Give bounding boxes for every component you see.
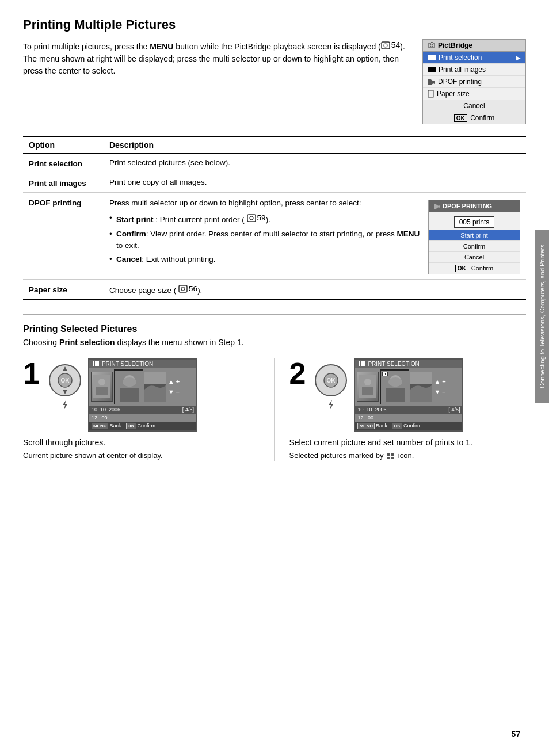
section-divider: [23, 314, 526, 315]
svg-point-5: [250, 216, 253, 220]
svg-rect-15: [96, 387, 108, 395]
dpof-confirm-label: Confirm: [471, 265, 494, 272]
step-2-number: 2: [289, 358, 306, 388]
dpof-header-icon: [433, 203, 440, 209]
pss-header-2: PRINT SELECTION: [355, 360, 462, 368]
menu-item-print-all[interactable]: Print all images: [423, 64, 525, 76]
table-row: Print all images Print one copy of all i…: [23, 173, 526, 193]
option-print-all: Print all images: [23, 173, 104, 193]
step-2-sub: Selected pictures marked by icon.: [289, 450, 527, 461]
step1-time-bar: 12 : 00: [89, 414, 196, 422]
step-1-desc: Scroll through pictures. Current picture…: [23, 437, 260, 461]
svg-rect-38: [387, 457, 390, 459]
print-sel-inline-icon: [387, 453, 395, 460]
step1-ok-kbd: OK: [126, 423, 136, 429]
dpof-menu-cancel[interactable]: Cancel: [429, 252, 520, 263]
step-2-controls: OK: [314, 363, 348, 410]
step2-back-label: Back: [376, 423, 387, 429]
step-1-sub: Current picture shown at center of displ…: [23, 450, 260, 461]
print-sel-icon: [428, 55, 436, 60]
col-option: Option: [23, 136, 104, 154]
menu-item-print-selection[interactable]: Print selection: [423, 52, 525, 64]
svg-rect-39: [391, 457, 394, 459]
step2-plus-icon: ▲ +: [434, 378, 445, 385]
print-selection-strong: Print selection: [59, 338, 115, 347]
step2-bottom-bar: MENU Back OK Confirm: [355, 422, 462, 430]
step2-confirm-label: Confirm: [403, 423, 422, 429]
svg-rect-6: [179, 285, 187, 292]
svg-point-16: [98, 379, 105, 385]
dpof-desc-text: Press multi selector up or down to highl…: [109, 197, 420, 268]
paper-size-label: Paper size: [437, 90, 470, 98]
svg-text:OK: OK: [327, 377, 336, 384]
ref-icon-59: 59: [247, 212, 266, 224]
side-tab: Connecting to Televisions, Computers, an…: [535, 230, 549, 403]
svg-marker-13: [63, 400, 67, 410]
step-2-screen: PRINT SELECTION: [354, 358, 463, 432]
print-marker-number: 1: [384, 372, 386, 376]
dpof-bullets: Start print : Print current print order …: [109, 212, 420, 265]
step2-plus-minus: ▲ + ▼ –: [434, 378, 445, 395]
print-marker-badge: 1: [382, 372, 388, 376]
thumb-center: [114, 369, 143, 404]
dpof-prints-value: 005 prints: [454, 216, 495, 228]
bullet-cancel-term: Cancel: [116, 255, 142, 264]
thumb-left: [91, 372, 113, 402]
svg-rect-18: [120, 388, 139, 402]
list-item: Confirm: View print order. Press center …: [109, 228, 420, 252]
svg-rect-31: [386, 388, 405, 402]
dpof-menu-confirm[interactable]: Confirm: [429, 241, 520, 252]
step1-image-area: ▲ + ▼ –: [89, 368, 196, 406]
svg-rect-36: [387, 453, 390, 456]
svg-point-7: [181, 287, 185, 291]
dpof-header: DPOF PRINTING: [429, 200, 520, 212]
svg-rect-3: [428, 90, 433, 97]
step2-thumb-left-img: [359, 375, 376, 398]
svg-point-33: [388, 377, 402, 387]
dpof-confirm-row: OK Confirm: [429, 263, 520, 274]
options-table: Option Description Print selection Print…: [23, 136, 526, 300]
control-ring-svg: OK: [48, 363, 82, 398]
svg-point-20: [123, 377, 136, 387]
svg-point-29: [364, 379, 371, 385]
bullet-start-print-text: : Print current print order (: [155, 215, 245, 224]
step2-ok-kbd: OK: [392, 423, 402, 429]
ref-icon-56: 56: [178, 284, 197, 293]
option-dpof: DPOF printing: [23, 193, 104, 280]
svg-point-2: [430, 44, 433, 47]
step-1-controls: OK: [48, 363, 82, 410]
control-ring-svg-2: OK: [314, 363, 348, 398]
menu-item-dpof[interactable]: DPOF printing: [423, 76, 525, 88]
step1-date: 10. 10. 2006: [92, 407, 120, 413]
step-1-title: Scroll through pictures.: [23, 437, 260, 449]
menu-item-paper-size[interactable]: Paper size: [423, 88, 525, 100]
minus-icon: ▼ –: [168, 388, 180, 395]
desc-print-selection: Print selected pictures (see below).: [104, 154, 526, 173]
step2-date: 10. 10. 2006: [357, 407, 386, 413]
bullet-start-print-term: Start print: [116, 215, 154, 224]
camera-control-2: OK: [314, 363, 348, 398]
pss-header-1: PRINT SELECTION: [89, 360, 196, 368]
confirm-label: Confirm: [470, 114, 494, 122]
svg-rect-37: [391, 453, 394, 456]
desc-dpof: Press multi selector up or down to highl…: [104, 193, 526, 280]
step2-minus-icon: ▼ –: [434, 388, 445, 395]
svg-marker-26: [329, 400, 333, 410]
print-selection-label: Print selection: [439, 54, 482, 62]
step-1-block: 1 OK: [23, 358, 260, 461]
dpof-start-print-label: Start print: [460, 232, 488, 239]
dpof-menu-title: DPOF PRINTING: [443, 203, 492, 209]
svg-rect-4: [247, 215, 256, 222]
thumb-right-img: [144, 372, 166, 402]
dpof-ok-box: OK: [455, 265, 468, 272]
pictbridge-menu-header: PictBridge: [423, 40, 525, 52]
pss-header-icon: [93, 361, 100, 366]
dpof-confirm-item-label: Confirm: [463, 243, 486, 250]
page-title: Printing Multiple Pictures: [23, 17, 526, 32]
step1-bottom-bar: MENU Back OK Confirm: [89, 422, 196, 430]
lightning-icon-2: [326, 400, 336, 410]
step2-thumb-right: [410, 372, 432, 402]
step2-frame: [ 4/5]: [448, 407, 460, 413]
dpof-menu-start-print[interactable]: Start print: [429, 230, 520, 241]
thumb-right: [144, 372, 166, 402]
